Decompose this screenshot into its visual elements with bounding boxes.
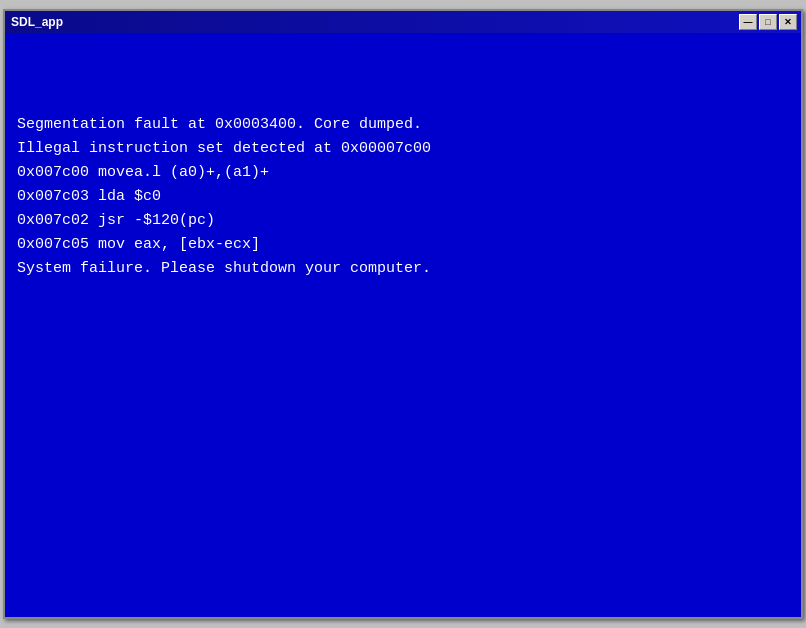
terminal-line: 0x007c02 jsr -$120(pc)	[17, 209, 789, 233]
terminal-line: Segmentation fault at 0x0003400. Core du…	[17, 113, 789, 137]
window-controls: — □ ✕	[739, 14, 797, 30]
terminal-line: 0x007c05 mov eax, [ebx-ecx]	[17, 233, 789, 257]
title-bar: SDL_app — □ ✕	[5, 11, 801, 33]
terminal-line: System failure. Please shutdown your com…	[17, 257, 789, 281]
application-window: SDL_app — □ ✕ Segmentation fault at 0x00…	[3, 9, 803, 619]
terminal-screen: Segmentation fault at 0x0003400. Core du…	[5, 33, 801, 617]
terminal-output: Segmentation fault at 0x0003400. Core du…	[17, 41, 789, 281]
terminal-line: Illegal instruction set detected at 0x00…	[17, 137, 789, 161]
terminal-line: 0x007c03 lda $c0	[17, 185, 789, 209]
close-button[interactable]: ✕	[779, 14, 797, 30]
minimize-button[interactable]: —	[739, 14, 757, 30]
maximize-button[interactable]: □	[759, 14, 777, 30]
terminal-line: 0x007c00 movea.l (a0)+,(a1)+	[17, 161, 789, 185]
window-title: SDL_app	[9, 15, 63, 29]
